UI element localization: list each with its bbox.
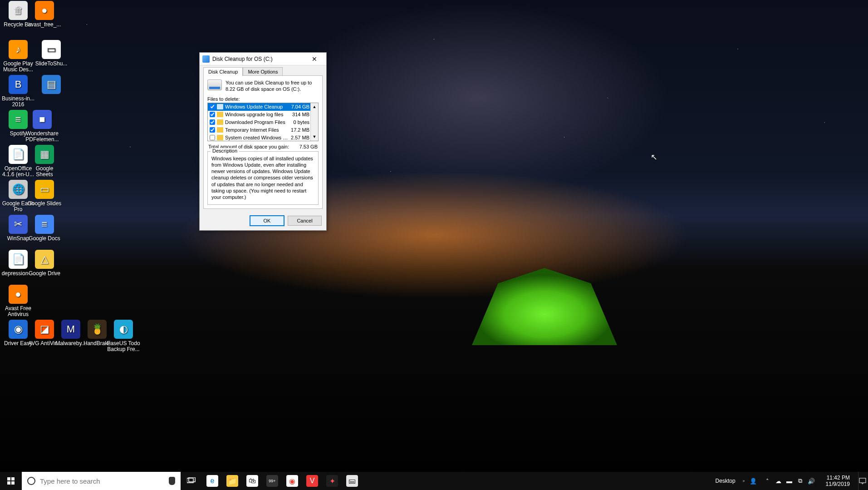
notification-icon [859, 477, 866, 485]
dialog-pane: You can use Disk Cleanup to free up to 8… [203, 75, 323, 209]
file-checkbox[interactable] [210, 127, 215, 133]
search-input[interactable] [40, 477, 164, 485]
file-item[interactable]: Windows upgrade log files314 MB [208, 111, 310, 119]
file-checkbox[interactable] [210, 135, 215, 140]
folder-icon [217, 104, 223, 109]
desktop-icon-google-docs[interactable]: ≡Google Docs [27, 215, 62, 242]
action-center-button[interactable] [858, 472, 866, 490]
file-name: Downloaded Program Files [225, 119, 291, 125]
desktop-icon-google-sheets[interactable]: ▦Google Sheets [27, 145, 62, 178]
app-icon: 🖴 [346, 475, 358, 487]
icon-label: EaseUS Todo Backup Fre... [106, 341, 141, 352]
icon-glyph: ♪ [9, 40, 28, 59]
icon-glyph: △ [35, 250, 54, 269]
file-item[interactable]: Downloaded Program Files0 bytes [208, 119, 310, 126]
icon-glyph: ◪ [35, 320, 54, 339]
folder-icon [217, 135, 223, 140]
file-checkbox[interactable] [210, 112, 215, 117]
icon-label: avast_free_... [27, 22, 62, 28]
icon-glyph: ● [9, 285, 28, 304]
desktop[interactable]: 🗑Recycle Bin●avast_free_...♪Google Play … [0, 0, 868, 472]
desktop-icon-unnamed[interactable]: ▤ [34, 75, 69, 96]
file-item[interactable]: Windows Update Cleanup7.04 GB [208, 103, 310, 111]
folder-icon [217, 127, 223, 133]
svg-rect-2 [7, 481, 10, 485]
icon-label: Wondershare PDFelemen... [25, 131, 59, 143]
total-value: 7.53 GB [299, 144, 318, 149]
dialog-tabs: Disk Cleanup More Options [200, 65, 326, 76]
app-icon: 📁 [226, 475, 238, 487]
svg-rect-1 [11, 477, 15, 480]
ok-button[interactable]: OK [250, 216, 284, 226]
system-tray: ˄ ☁ ▬ ⧉ 🔊 [761, 477, 818, 485]
drive-icon [207, 79, 222, 90]
icon-glyph: ▭ [35, 180, 54, 199]
file-name: System created Windows Error Reporti... [225, 135, 288, 140]
scrollbar[interactable]: ▲ ▼ [310, 103, 318, 141]
icon-glyph: ≡ [35, 215, 54, 234]
app-icon: 🛍 [246, 475, 258, 487]
taskbar-app-disk-cleanup[interactable]: 🖴 [342, 472, 362, 490]
file-size: 17.2 MB [291, 127, 309, 133]
taskbar-app-mail[interactable]: 99+ [262, 472, 282, 490]
dialog-titlebar[interactable]: Disk Cleanup for OS (C:) ✕ [200, 53, 326, 65]
folder-icon [217, 119, 223, 125]
file-size: 7.04 GB [291, 104, 309, 109]
taskbar-app-app-misc[interactable]: ✦ [322, 472, 342, 490]
desktop-icon-google-slides[interactable]: ▭Google Slides [27, 180, 62, 207]
scroll-up-button[interactable]: ▲ [311, 103, 318, 111]
desktop-icon-business-in-2016[interactable]: BBusiness-in... 2016 [1, 75, 35, 108]
file-item[interactable]: Temporary Internet Files17.2 MB [208, 126, 310, 134]
people-icon[interactable]: 👤 [750, 477, 757, 485]
show-desktop-label[interactable]: Desktop [713, 478, 738, 484]
dialog-title: Disk Cleanup for OS (C:) [212, 56, 305, 62]
search-box[interactable] [22, 472, 181, 490]
icon-glyph: ▭ [42, 40, 61, 59]
icon-glyph: 🌐 [9, 180, 28, 199]
onedrive-icon[interactable]: ☁ [775, 477, 782, 485]
tab-disk-cleanup[interactable]: Disk Cleanup [203, 67, 243, 76]
taskbar-app-file-explorer[interactable]: 📁 [222, 472, 242, 490]
windows-icon [7, 477, 15, 485]
taskbar-app-edge[interactable]: e [202, 472, 222, 490]
volume-icon[interactable]: 🔊 [808, 477, 815, 485]
icon-glyph: M [61, 320, 80, 339]
app-icon: ◉ [286, 475, 298, 487]
mic-icon[interactable] [169, 477, 175, 485]
clock[interactable]: 11:42 PM 11/9/2019 [822, 475, 853, 488]
desktop-icon-slidetoshu-[interactable]: ▭SlideToShu... [34, 40, 69, 67]
icon-glyph: ✂ [9, 215, 28, 234]
desktop-icon-avast-free-antivirus[interactable]: ●Avast Free Antivirus [1, 285, 35, 317]
chevron-right-icon: » [743, 479, 745, 483]
file-checkbox[interactable] [210, 104, 215, 109]
tab-more-options[interactable]: More Options [243, 67, 283, 76]
scroll-down-button[interactable]: ▼ [311, 133, 318, 141]
battery-icon[interactable]: ▬ [786, 477, 793, 485]
svg-rect-0 [7, 477, 10, 480]
file-checkbox[interactable] [210, 119, 215, 125]
taskbar-app-chrome[interactable]: ◉ [282, 472, 302, 490]
desktop-icon-google-drive[interactable]: △Google Drive [27, 250, 62, 277]
files-list[interactable]: Windows Update Cleanup7.04 GBWindows upg… [207, 103, 319, 141]
start-button[interactable] [0, 472, 22, 490]
clock-time: 11:42 PM [826, 475, 850, 481]
taskbar-app-store[interactable]: 🛍 [242, 472, 262, 490]
icon-glyph: ◉ [9, 320, 28, 339]
taskbar-app-vivaldi[interactable]: V [302, 472, 322, 490]
desktop-icon-avast-free-[interactable]: ●avast_free_... [27, 1, 62, 28]
tray-overflow-icon[interactable]: ˄ [764, 477, 771, 485]
file-item[interactable]: System created Windows Error Reporti...2… [208, 134, 310, 141]
cancel-button[interactable]: Cancel [288, 216, 322, 226]
taskbar: e📁🛍99+◉V✦🖴 Desktop » 👤 ˄ ☁ ▬ ⧉ 🔊 11:42 P… [0, 472, 868, 490]
wifi-icon[interactable]: ⧉ [797, 477, 804, 485]
app-icon: V [306, 475, 318, 487]
desktop-icon-google-play-music-des-[interactable]: ♪Google Play Music Des... [1, 40, 35, 73]
cortana-icon [27, 477, 35, 485]
desktop-icon-wondershare-pdfelemen-[interactable]: ■Wondershare PDFelemen... [25, 110, 59, 143]
summary-text: You can use Disk Cleanup to free up to 8… [226, 79, 319, 93]
desktop-icon-easeus-todo-backup-fre-[interactable]: ◐EaseUS Todo Backup Fre... [106, 320, 141, 352]
close-button[interactable]: ✕ [305, 54, 324, 64]
dialog-buttons: OK Cancel [200, 213, 326, 230]
icon-label: Google Slides [27, 201, 62, 207]
task-view-button[interactable] [181, 472, 202, 490]
